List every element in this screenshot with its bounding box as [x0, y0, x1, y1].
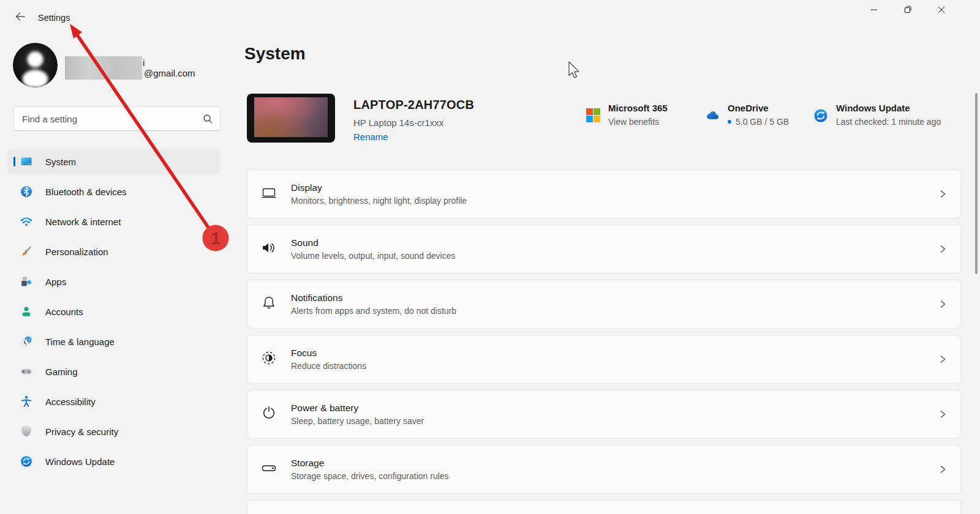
display-icon — [260, 184, 277, 204]
sidebar-item-gaming[interactable]: Gaming — [7, 359, 221, 384]
sidebar-item-label: Network & internet — [45, 217, 121, 227]
chevron-right-icon — [938, 300, 947, 308]
chevron-right-icon — [938, 465, 947, 474]
sidebar-item-label: Accessibility — [45, 397, 96, 407]
time-language-icon — [20, 335, 32, 348]
row-title: Focus — [291, 348, 366, 359]
power-icon — [260, 404, 277, 424]
sidebar-item-bluetooth-devices[interactable]: Bluetooth & devices — [7, 179, 221, 204]
row-title: Storage — [291, 458, 449, 469]
windows-update-icon — [813, 108, 828, 127]
chevron-right-icon — [938, 245, 947, 253]
chevron-right-icon — [938, 410, 947, 419]
minimize-icon — [870, 5, 878, 16]
sidebar-item-label: System — [45, 157, 76, 167]
tile-subtitle: 5.0 GB / 5 GB — [736, 117, 789, 127]
sidebar: System Bluetooth & devices Network & int… — [7, 149, 221, 479]
sidebar-item-label: Windows Update — [45, 456, 115, 467]
sidebar-item-label: Privacy & security — [45, 426, 118, 437]
sidebar-item-label: Apps — [45, 277, 66, 287]
device-image — [247, 94, 335, 143]
chevron-right-icon — [938, 355, 947, 363]
row-title: Power & battery — [291, 403, 424, 414]
row-title: Sound — [291, 237, 456, 248]
notifications-icon — [260, 294, 277, 314]
sidebar-item-network-internet[interactable]: Network & internet — [7, 209, 221, 234]
sidebar-item-windows-update[interactable]: Windows Update — [7, 449, 221, 474]
redacted-username — [65, 56, 142, 80]
mouse-cursor — [568, 61, 581, 82]
onedrive-usage-dot — [728, 120, 731, 124]
onedrive-cloud-icon — [701, 108, 720, 127]
sidebar-item-apps[interactable]: Apps — [7, 269, 221, 294]
row-title: Display — [291, 182, 467, 193]
settings-row-notifications[interactable]: Notifications Alerts from apps and syste… — [247, 280, 961, 329]
settings-row-power-battery[interactable]: Power & battery Sleep, battery usage, ba… — [247, 390, 961, 439]
network-icon — [20, 215, 32, 228]
sidebar-item-privacy-security[interactable]: Privacy & security — [7, 419, 221, 444]
settings-row-focus[interactable]: Focus Reduce distractions — [247, 335, 961, 384]
username-fragment: i — [143, 58, 145, 68]
row-subtitle: Storage space, drives, configuration rul… — [291, 471, 449, 481]
window-title: Settings — [38, 13, 70, 23]
back-button[interactable] — [10, 8, 31, 28]
device-name: LAPTOP-2AH77OCB — [353, 98, 474, 112]
focus-icon — [260, 349, 277, 369]
tile-windows-update[interactable]: Windows Update Last checked: 1 minute ag… — [813, 103, 941, 127]
minimize-button[interactable] — [860, 0, 888, 21]
system-icon — [20, 155, 32, 168]
accessibility-icon — [20, 395, 32, 408]
search-box[interactable] — [13, 106, 221, 131]
storage-icon — [260, 460, 277, 479]
tile-onedrive[interactable]: OneDrive 5.0 GB / 5 GB — [701, 103, 789, 127]
settings-row-display[interactable]: Display Monitors, brightness, night ligh… — [247, 169, 961, 218]
settings-row-sound[interactable]: Sound Volume levels, output, input, soun… — [247, 225, 961, 274]
row-subtitle: Reduce distractions — [291, 361, 366, 371]
row-subtitle: Alerts from apps and system, do not dist… — [291, 306, 456, 316]
tile-title: OneDrive — [728, 103, 789, 113]
restore-button[interactable] — [894, 0, 922, 21]
tile-microsoft-365[interactable]: Microsoft 365 View benefits — [586, 103, 668, 127]
restore-icon — [904, 5, 912, 16]
device-wallpaper — [254, 97, 328, 137]
sidebar-item-label: Accounts — [45, 307, 83, 317]
sound-icon — [260, 239, 277, 259]
vertical-scrollbar-thumb[interactable] — [975, 93, 978, 274]
sidebar-item-time-language[interactable]: Time & language — [7, 329, 221, 354]
close-icon — [938, 5, 945, 16]
sidebar-item-system[interactable]: System — [7, 149, 221, 174]
back-arrow-icon — [15, 11, 26, 24]
personalization-icon — [20, 245, 32, 258]
search-input[interactable] — [14, 107, 220, 130]
windows-update-icon — [20, 455, 32, 467]
sidebar-item-label: Personalization — [45, 247, 108, 257]
close-button[interactable] — [927, 0, 956, 21]
bluetooth-icon — [20, 185, 32, 198]
chevron-right-icon — [938, 190, 947, 198]
avatar[interactable] — [13, 43, 58, 88]
sidebar-item-label: Bluetooth & devices — [45, 187, 127, 197]
sidebar-item-label: Gaming — [45, 367, 78, 377]
gaming-icon — [20, 365, 32, 378]
sidebar-item-personalization[interactable]: Personalization — [7, 239, 221, 264]
sidebar-item-label: Time & language — [45, 337, 115, 347]
settings-window: Settings i @gmail.com System — [0, 0, 980, 514]
row-subtitle: Sleep, battery usage, battery saver — [291, 416, 424, 426]
rename-link[interactable]: Rename — [353, 132, 388, 142]
account-email: @gmail.com — [144, 68, 195, 78]
tile-subtitle: View benefits — [608, 117, 668, 127]
sidebar-item-accounts[interactable]: Accounts — [7, 299, 221, 324]
tile-title: Windows Update — [836, 103, 941, 113]
settings-row-storage[interactable]: Storage Storage space, drives, configura… — [247, 445, 961, 494]
settings-row-partial[interactable] — [247, 500, 961, 514]
sidebar-item-accessibility[interactable]: Accessibility — [7, 389, 221, 414]
accounts-icon — [20, 305, 32, 318]
row-subtitle: Monitors, brightness, night light, displ… — [291, 196, 467, 206]
tile-subtitle: Last checked: 1 minute ago — [836, 117, 941, 127]
row-title: Notifications — [291, 292, 456, 304]
device-model: HP Laptop 14s-cr1xxx — [353, 117, 443, 128]
selected-indicator — [13, 157, 15, 166]
row-subtitle: Volume levels, output, input, sound devi… — [291, 251, 456, 261]
microsoft-logo — [586, 108, 600, 127]
privacy-security-icon — [20, 425, 32, 438]
